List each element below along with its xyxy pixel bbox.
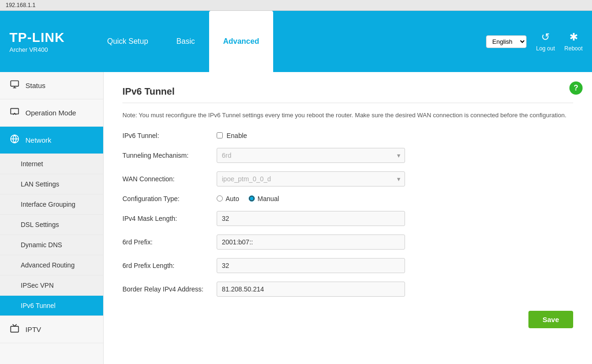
border-relay-control	[217, 282, 405, 297]
form-row-config-type: Configuration Type: Auto Manual	[122, 195, 573, 202]
form-row-tunneling-mechanism: Tunneling Mechanism: 6rd	[122, 148, 573, 163]
border-relay-input[interactable]	[217, 282, 405, 297]
sidebar-item-network-label: Network	[25, 136, 51, 144]
tunneling-mechanism-label: Tunneling Mechanism:	[122, 152, 217, 159]
sidebar: Status Operation Mode Network	[0, 72, 104, 364]
logo-area: TP-LINK Archer VR400	[9, 30, 65, 53]
sixrd-prefix-length-control	[217, 258, 405, 273]
form-row-border-relay: Border Relay IPv4 Address:	[122, 282, 573, 297]
tab-basic[interactable]: Basic	[162, 11, 209, 72]
ipv4-mask-control	[217, 211, 405, 226]
tab-advanced[interactable]: Advanced	[209, 11, 273, 72]
form-row-sixrd-prefix-length: 6rd Prefix Length:	[122, 258, 573, 273]
config-type-control: Auto Manual	[217, 195, 405, 202]
wan-connection-select[interactable]: ipoe_ptm_0_0_d	[217, 171, 405, 186]
model-name: Archer VR400	[9, 46, 65, 53]
tab-quick-setup[interactable]: Quick Setup	[93, 11, 162, 72]
sidebar-item-lan-settings[interactable]: LAN Settings	[0, 174, 103, 194]
brand-name: TP-LINK	[9, 30, 65, 45]
radio-auto-text: Auto	[226, 195, 239, 202]
sidebar-item-status[interactable]: Status	[0, 72, 103, 99]
reboot-button[interactable]: ✱ Reboot	[564, 31, 583, 52]
content-area: ? IPv6 Tunnel Note: You must reconfigure…	[104, 72, 592, 364]
reboot-icon: ✱	[569, 31, 578, 43]
sidebar-item-dynamic-dns[interactable]: Dynamic DNS	[0, 235, 103, 255]
page-title: IPv6 Tunnel	[122, 86, 573, 103]
tunneling-mechanism-select[interactable]: 6rd	[217, 148, 405, 163]
wan-connection-label: WAN Connection:	[122, 175, 217, 183]
help-button[interactable]: ?	[569, 81, 583, 95]
sidebar-item-iptv-label: IPTV	[25, 325, 41, 333]
sidebar-item-advanced-routing[interactable]: Advanced Routing	[0, 255, 103, 275]
ipv4-mask-label: IPv4 Mask Length:	[122, 215, 217, 222]
ipv6-tunnel-checkbox[interactable]	[217, 132, 223, 138]
radio-group-config-type: Auto Manual	[217, 195, 405, 202]
tv-icon	[9, 324, 20, 335]
sidebar-item-interface-grouping[interactable]: Interface Grouping	[0, 194, 103, 215]
save-button[interactable]: Save	[528, 311, 573, 328]
nav-tabs: Quick Setup Basic Advanced	[93, 11, 486, 72]
sidebar-item-iptv[interactable]: IPTV	[0, 316, 103, 343]
radio-manual-text: Manual	[258, 195, 279, 202]
top-nav: TP-LINK Archer VR400 Quick Setup Basic A…	[0, 11, 592, 72]
sixrd-prefix-control	[217, 235, 405, 250]
form-row-ipv4-mask: IPv4 Mask Length:	[122, 211, 573, 226]
ipv6-tunnel-label: IPv6 Tunnel:	[122, 132, 217, 139]
ipv6-tunnel-control: Enable	[217, 132, 405, 139]
radio-auto[interactable]	[217, 195, 223, 202]
sixrd-prefix-label: 6rd Prefix:	[122, 238, 217, 246]
save-btn-row: Save	[122, 311, 573, 328]
globe-icon	[9, 134, 20, 146]
wan-connection-control: ipoe_ptm_0_0_d	[217, 171, 405, 186]
nav-right: English Chinese ↺ Log out ✱ Reboot	[486, 31, 583, 52]
desktop-icon	[9, 107, 20, 119]
svg-rect-0	[11, 81, 19, 87]
sidebar-item-ipsec-vpn[interactable]: IPSec VPN	[0, 275, 103, 296]
config-type-label: Configuration Type:	[122, 195, 217, 202]
sixrd-prefix-input[interactable]	[217, 235, 405, 250]
sidebar-item-status-label: Status	[25, 81, 46, 89]
radio-auto-label[interactable]: Auto	[217, 195, 239, 202]
border-relay-label: Border Relay IPv4 Address:	[122, 285, 217, 293]
sidebar-item-ipv6-tunnel[interactable]: IPv6 Tunnel	[0, 296, 103, 316]
browser-url: 192.168.1.1	[6, 2, 35, 8]
sidebar-item-dsl-settings[interactable]: DSL Settings	[0, 215, 103, 235]
sidebar-item-operation-mode-label: Operation Mode	[25, 109, 76, 117]
note-text: Note: You must reconfigure the IPv6 Tunn…	[122, 111, 573, 121]
logout-icon: ↺	[541, 31, 550, 43]
sidebar-item-operation-mode[interactable]: Operation Mode	[0, 99, 103, 127]
browser-bar: 192.168.1.1	[0, 0, 592, 11]
form-row-ipv6-tunnel: IPv6 Tunnel: Enable	[122, 132, 573, 139]
ipv4-mask-input[interactable]	[217, 211, 405, 226]
sidebar-sub-network: Internet LAN Settings Interface Grouping…	[0, 154, 103, 316]
svg-rect-6	[11, 326, 19, 332]
language-select[interactable]: English Chinese	[486, 35, 527, 48]
logout-label: Log out	[536, 45, 555, 52]
sidebar-item-network[interactable]: Network	[0, 127, 103, 154]
radio-manual-label[interactable]: Manual	[249, 195, 279, 202]
form-row-sixrd-prefix: 6rd Prefix:	[122, 235, 573, 250]
enable-label[interactable]: Enable	[227, 132, 247, 139]
sixrd-prefix-length-input[interactable]	[217, 258, 405, 273]
sixrd-prefix-length-label: 6rd Prefix Length:	[122, 262, 217, 269]
reboot-label: Reboot	[564, 45, 583, 52]
form-row-wan-connection: WAN Connection: ipoe_ptm_0_0_d	[122, 171, 573, 186]
monitor-icon	[9, 80, 20, 91]
logout-button[interactable]: ↺ Log out	[536, 31, 555, 52]
main-layout: Status Operation Mode Network	[0, 72, 592, 364]
sidebar-item-internet[interactable]: Internet	[0, 154, 103, 174]
tunneling-mechanism-control: 6rd	[217, 148, 405, 163]
enable-checkbox-row: Enable	[217, 132, 405, 139]
radio-manual[interactable]	[249, 195, 255, 202]
